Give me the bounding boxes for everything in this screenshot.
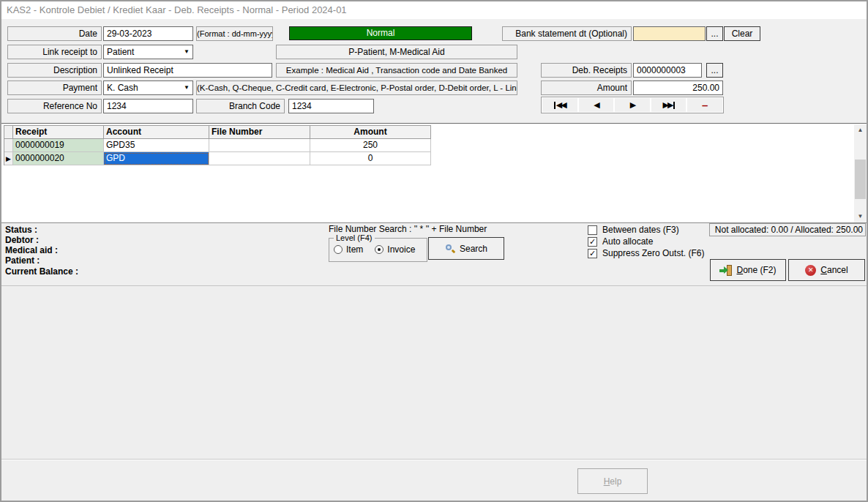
- nav-minus-icon: –: [702, 99, 708, 111]
- radio-unselected-icon[interactable]: [334, 245, 343, 254]
- branch-code-label: Branch Code: [196, 99, 285, 113]
- cell-file-number[interactable]: [209, 139, 310, 152]
- nav-next-icon: ▶: [630, 100, 635, 110]
- search-button-label: Search: [460, 244, 487, 254]
- status-badge: Normal: [289, 26, 472, 40]
- nav-delete-button[interactable]: –: [687, 98, 722, 112]
- table-row[interactable]: ▶ 0000000020 GPD 0: [4, 152, 431, 165]
- payment-combo[interactable]: K. Cash ▼: [103, 80, 193, 95]
- payment-codes-hint: (K-Cash, Q-Cheque, C-Credit card, E-Elec…: [196, 80, 517, 95]
- date-format-hint: (Format : dd-mm-yyyy): [196, 26, 273, 41]
- done-button[interactable]: Done (F2): [710, 259, 786, 281]
- scrollbar-thumb[interactable]: [855, 160, 866, 199]
- column-header-account[interactable]: Account: [104, 126, 209, 139]
- between-dates-checkbox[interactable]: Between dates (F3): [588, 225, 679, 235]
- level-invoice-label: Invoice: [387, 244, 415, 255]
- cell-receipt[interactable]: 0000000020: [13, 152, 104, 165]
- cell-amount[interactable]: 0: [310, 152, 431, 165]
- scroll-down-icon[interactable]: ▼: [854, 211, 867, 222]
- link-receipt-hint: P-Patient, M-Medical Aid: [276, 45, 517, 59]
- bank-statement-label: Bank statement dt (Optional): [502, 26, 632, 41]
- file-number-search-hint: File Number Search : '' * '' + File Numb…: [329, 224, 487, 234]
- cell-account[interactable]: GPD35: [104, 139, 209, 152]
- help-button[interactable]: Help: [577, 468, 648, 494]
- link-receipt-combo[interactable]: Patient ▼: [103, 45, 193, 59]
- date-label: Date: [7, 26, 102, 41]
- row-indicator-cell: ▶: [4, 152, 13, 165]
- row-indicator-cell: [4, 139, 13, 152]
- link-receipt-label: Link receipt to: [7, 45, 102, 59]
- level-group-label: Level (F4): [334, 233, 375, 242]
- level-item-radio[interactable]: Item: [334, 244, 363, 255]
- medical-aid-label: Medical aid :: [5, 245, 58, 256]
- suppress-zero-label: Suppress Zero Outst. (F6): [602, 248, 704, 258]
- reference-no-input[interactable]: 1234: [103, 99, 193, 113]
- branch-code-input[interactable]: 1234: [288, 99, 374, 113]
- level-invoice-radio[interactable]: Invoice: [375, 244, 415, 255]
- suppress-zero-checkbox[interactable]: ✓ Suppress Zero Outst. (F6): [588, 248, 704, 258]
- window-title: KAS2 - Kontrole Debiet / Krediet Kaar - …: [7, 4, 347, 15]
- cell-file-number[interactable]: [209, 152, 310, 165]
- payment-label: Payment: [7, 80, 102, 95]
- between-dates-label: Between dates (F3): [602, 225, 679, 235]
- bank-statement-browse-button[interactable]: ...: [706, 26, 723, 41]
- app-window: KAS2 - Kontrole Debiet / Krediet Kaar - …: [0, 0, 868, 502]
- exit-door-icon: [719, 265, 732, 276]
- nav-last-button[interactable]: ▶▶: [651, 98, 686, 112]
- amount-input[interactable]: 250.00: [633, 80, 723, 95]
- nav-last-icon: ▶▶: [663, 100, 673, 110]
- chevron-down-icon[interactable]: ▼: [184, 49, 190, 55]
- radio-selected-icon[interactable]: [375, 245, 384, 254]
- scroll-up-icon[interactable]: ▲: [854, 124, 867, 136]
- done-button-label: Done (F2): [736, 265, 776, 275]
- receipts-grid-panel: Receipt Account File Number Amount 00000…: [1, 123, 867, 223]
- auto-allocate-checkbox[interactable]: ✓ Auto allocate: [588, 236, 653, 247]
- amount-label: Amount: [541, 80, 632, 95]
- grid-vertical-scrollbar[interactable]: ▲ ▼: [854, 124, 867, 222]
- cell-account-selected[interactable]: GPD: [104, 152, 209, 165]
- column-header-file-number[interactable]: File Number: [209, 126, 310, 139]
- title-bar: KAS2 - Kontrole Debiet / Krediet Kaar - …: [1, 1, 867, 19]
- checkbox-checked-icon[interactable]: ✓: [588, 237, 597, 247]
- chevron-down-icon[interactable]: ▼: [184, 85, 190, 91]
- link-receipt-value: Patient: [107, 47, 134, 57]
- cancel-button-label: Cancel: [820, 265, 848, 275]
- current-balance-label: Current Balance :: [5, 266, 78, 277]
- clear-button[interactable]: Clear: [724, 26, 760, 41]
- description-label: Description: [7, 63, 102, 78]
- row-pointer-icon: ▶: [6, 155, 11, 162]
- level-groupbox: Level (F4) Item Invoice: [329, 233, 427, 262]
- nav-prev-button[interactable]: ◀: [579, 98, 614, 112]
- grid-header-row: Receipt Account File Number Amount: [4, 126, 431, 139]
- deb-receipts-input[interactable]: 0000000003: [633, 63, 702, 78]
- bottom-bar: [1, 460, 867, 501]
- reference-no-label: Reference No: [7, 99, 102, 113]
- patient-label: Patient :: [5, 255, 40, 266]
- date-input[interactable]: 29-03-2023: [103, 26, 193, 41]
- payment-value: K. Cash: [107, 83, 138, 93]
- bank-statement-input[interactable]: [633, 26, 706, 41]
- nav-next-button[interactable]: ▶: [615, 98, 650, 112]
- checkbox-unchecked-icon[interactable]: [588, 225, 597, 235]
- column-header-amount[interactable]: Amount: [310, 126, 431, 139]
- last-bar-icon: [673, 102, 675, 109]
- description-hint: Example : Medical Aid , Transaction code…: [276, 63, 517, 78]
- nav-prev-icon: ◀: [594, 100, 598, 110]
- description-input[interactable]: Unlinked Receipt: [103, 63, 272, 78]
- column-header-receipt[interactable]: Receipt: [13, 126, 104, 139]
- allocation-summary: Not allocated: 0.00 / Allocated: 250.00: [709, 223, 866, 236]
- nav-first-button[interactable]: ◀◀: [542, 98, 577, 112]
- checkbox-checked-icon[interactable]: ✓: [588, 249, 597, 258]
- cell-receipt[interactable]: 0000000019: [13, 139, 104, 152]
- help-button-label: Help: [604, 476, 622, 487]
- search-button[interactable]: Search: [428, 237, 504, 260]
- auto-allocate-label: Auto allocate: [602, 236, 653, 247]
- cell-amount[interactable]: 250: [310, 139, 431, 152]
- cancel-button[interactable]: ✕ Cancel: [788, 259, 865, 281]
- receipts-grid: Receipt Account File Number Amount 00000…: [4, 125, 431, 165]
- record-navigator: ◀◀ ◀ ▶ ▶▶ –: [541, 97, 724, 113]
- table-row[interactable]: 0000000019 GPD35 250: [4, 139, 431, 152]
- deb-receipts-browse-button[interactable]: ...: [706, 63, 723, 78]
- cancel-x-icon: ✕: [805, 265, 816, 276]
- level-item-label: Item: [346, 244, 363, 255]
